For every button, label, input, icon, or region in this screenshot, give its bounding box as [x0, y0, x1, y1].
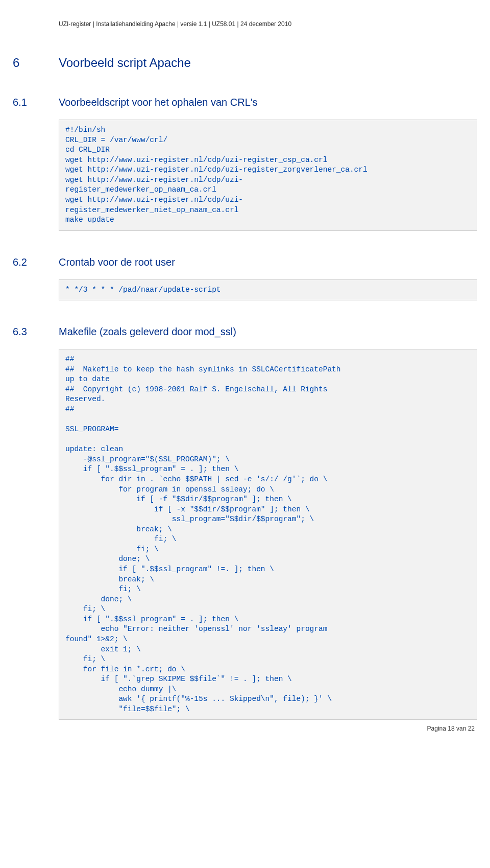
section-number: 6.1: [13, 97, 59, 108]
section-title: Makefile (zoals geleverd door mod_ssl): [59, 326, 236, 338]
section-6-2: 6.2 Crontab voor de root user: [13, 256, 477, 268]
section-title: Voorbeeld script Apache: [59, 56, 191, 70]
section-number: 6.2: [13, 256, 59, 268]
code-block-crl-script: #!/bin/sh CRL_DIR = /var/www/crl/ cd CRL…: [59, 120, 477, 231]
page-footer: Pagina 18 van 22: [13, 725, 477, 732]
section-number: 6.3: [13, 326, 59, 338]
code-block-crontab: * */3 * * * /pad/naar/update-script: [59, 279, 477, 301]
section-number: 6: [13, 56, 59, 70]
section-title: Voorbeeldscript voor het ophalen van CRL…: [59, 97, 258, 108]
section-6: 6 Voorbeeld script Apache: [13, 56, 477, 70]
code-block-makefile: ## ## Makefile to keep the hash symlinks…: [59, 349, 477, 720]
section-title: Crontab voor de root user: [59, 256, 175, 268]
page-header: UZI-register | Installatiehandleiding Ap…: [59, 20, 477, 28]
section-6-3: 6.3 Makefile (zoals geleverd door mod_ss…: [13, 326, 477, 338]
section-6-1: 6.1 Voorbeeldscript voor het ophalen van…: [13, 97, 477, 108]
